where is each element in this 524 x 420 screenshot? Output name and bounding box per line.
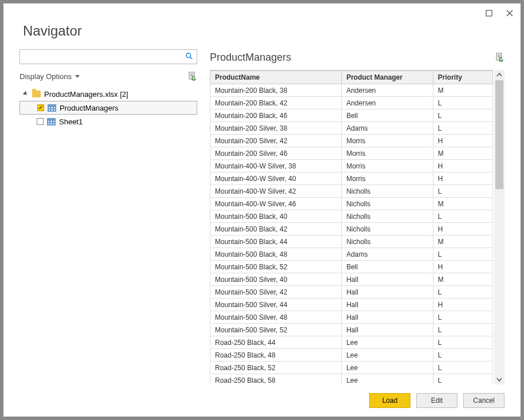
table-cell: L	[433, 248, 492, 261]
close-button[interactable]	[505, 8, 515, 18]
table-row[interactable]: Mountain-500 Black, 40NichollsL	[210, 210, 493, 223]
checkbox-productmanagers[interactable]: ✓	[37, 104, 44, 111]
table-cell: Mountain-200 Black, 46	[210, 109, 342, 122]
load-button[interactable]: Load	[369, 393, 410, 408]
svg-point-3	[186, 53, 191, 57]
scroll-track[interactable]	[494, 80, 505, 374]
table-cell: L	[433, 362, 492, 374]
edit-button[interactable]: Edit	[416, 393, 457, 408]
table-cell: Mountain-200 Black, 38	[210, 84, 342, 97]
table-cell: L	[433, 286, 492, 299]
table-cell: Andersen	[342, 84, 433, 97]
table-cell: Bell	[342, 109, 433, 122]
table-row[interactable]: Mountain-500 Black, 52BellH	[210, 261, 493, 273]
table-cell: Hall	[342, 324, 433, 336]
preview-pane: ProductManagers	[210, 49, 505, 384]
table-cell: H	[433, 299, 492, 311]
dialog-footer: Load Edit Cancel	[3, 384, 521, 417]
table-row[interactable]: Mountain-200 Silver, 46MorrisM	[210, 147, 493, 160]
search-box[interactable]	[19, 49, 197, 64]
table-cell: Mountain-400-W Silver, 38	[210, 160, 342, 172]
display-options-label: Display Options	[19, 72, 72, 81]
table-row[interactable]: Mountain-200 Black, 46BellL	[210, 109, 493, 122]
table-cell: M	[433, 235, 492, 248]
table-row[interactable]: Mountain-400-W Silver, 46NichollsM	[210, 198, 493, 210]
table-row[interactable]: Road-250 Black, 44LeeL	[210, 336, 493, 349]
table-row[interactable]: Mountain-400-W Silver, 42NichollsL	[210, 185, 493, 198]
table-row[interactable]: Mountain-500 Silver, 44HallH	[210, 299, 493, 311]
table-row[interactable]: Mountain-400-W Silver, 40MorrisH	[210, 172, 493, 185]
table-cell: Road-250 Black, 58	[210, 374, 342, 385]
table-cell: Mountain-500 Black, 42	[210, 223, 342, 235]
scroll-up-button[interactable]	[494, 70, 505, 80]
search-icon[interactable]	[185, 52, 193, 62]
table-row[interactable]: Mountain-500 Silver, 48HallL	[210, 311, 493, 324]
table-cell: Hall	[342, 273, 433, 286]
table-row[interactable]: Mountain-200 Black, 38AndersenM	[210, 84, 493, 97]
table-cell: Lee	[342, 336, 433, 349]
scroll-thumb[interactable]	[495, 80, 503, 189]
table-cell: Mountain-500 Silver, 42	[210, 286, 342, 299]
table-cell: Morris	[342, 160, 433, 172]
table-cell: L	[433, 210, 492, 223]
expand-icon[interactable]	[23, 91, 30, 99]
table-cell: M	[433, 198, 492, 210]
table-cell: Mountain-200 Silver, 38	[210, 122, 342, 135]
table-cell: Nicholls	[342, 185, 433, 198]
table-row[interactable]: Mountain-400-W Silver, 38MorrisH	[210, 160, 493, 172]
table-cell: Mountain-200 Silver, 46	[210, 147, 342, 160]
checkbox-sheet1[interactable]	[37, 118, 44, 125]
tree-item-sheet1[interactable]: Sheet1	[19, 115, 197, 128]
refresh-icon[interactable]	[188, 72, 197, 81]
maximize-button[interactable]	[484, 8, 494, 18]
table-cell: L	[433, 374, 492, 385]
table-row[interactable]: Mountain-200 Black, 42AndersenL	[210, 97, 493, 109]
table-cell: Nicholls	[342, 235, 433, 248]
table-row[interactable]: Mountain-500 Silver, 52HallL	[210, 324, 493, 336]
table-row[interactable]: Road-250 Black, 52LeeL	[210, 362, 493, 374]
table-cell: Andersen	[342, 97, 433, 109]
table-cell: Road-250 Black, 52	[210, 362, 342, 374]
display-options-dropdown[interactable]: Display Options	[19, 72, 80, 81]
vertical-scrollbar[interactable]	[494, 70, 505, 384]
column-productmanager[interactable]: Product Manager	[342, 71, 433, 84]
table-cell: H	[433, 261, 492, 273]
table-cell: Bell	[342, 261, 433, 273]
navigation-tree: ProductManagers.xlsx [2] ✓ ProductManage…	[19, 87, 197, 128]
folder-icon	[32, 91, 41, 97]
table-row[interactable]: Mountain-500 Silver, 42HallL	[210, 286, 493, 299]
cancel-button[interactable]: Cancel	[463, 393, 505, 408]
table-cell: Adams	[342, 248, 433, 261]
table-cell: Lee	[342, 362, 433, 374]
search-input[interactable]	[24, 52, 185, 61]
table-row[interactable]: Mountain-500 Black, 42NichollsH	[210, 223, 493, 235]
table-cell: Mountain-500 Silver, 48	[210, 311, 342, 324]
table-row[interactable]: Mountain-500 Black, 44NichollsM	[210, 235, 493, 248]
chevron-down-icon	[75, 75, 80, 78]
tree-file-label: ProductManagers.xlsx [2]	[44, 90, 128, 99]
tree-item-label: Sheet1	[59, 117, 83, 126]
table-cell: Lee	[342, 374, 433, 385]
preview-refresh-icon[interactable]	[495, 53, 505, 62]
tree-file-node[interactable]: ProductManagers.xlsx [2]	[19, 87, 197, 101]
table-row[interactable]: Mountain-500 Black, 48AdamsL	[210, 248, 493, 261]
table-cell: M	[433, 273, 492, 286]
table-cell: Nicholls	[342, 210, 433, 223]
table-cell: M	[433, 147, 492, 160]
table-row[interactable]: Road-250 Black, 48LeeL	[210, 349, 493, 362]
table-cell: Road-250 Black, 44	[210, 336, 342, 349]
column-productname[interactable]: ProductName	[210, 71, 342, 84]
table-row[interactable]: Mountain-500 Silver, 40HallM	[210, 273, 493, 286]
table-cell: Lee	[342, 349, 433, 362]
scroll-down-button[interactable]	[494, 374, 505, 384]
svg-rect-0	[486, 10, 492, 16]
table-cell: Nicholls	[342, 198, 433, 210]
table-cell: Hall	[342, 286, 433, 299]
tree-item-productmanagers[interactable]: ✓ ProductManagers	[19, 101, 197, 115]
table-row[interactable]: Mountain-200 Silver, 42MorrisH	[210, 135, 493, 147]
navigator-dialog: Navigator Display Options	[3, 3, 521, 417]
table-row[interactable]: Road-250 Black, 58LeeL	[210, 374, 493, 385]
table-cell: L	[433, 109, 492, 122]
column-priority[interactable]: Priority	[433, 71, 492, 84]
table-row[interactable]: Mountain-200 Silver, 38AdamsL	[210, 122, 493, 135]
